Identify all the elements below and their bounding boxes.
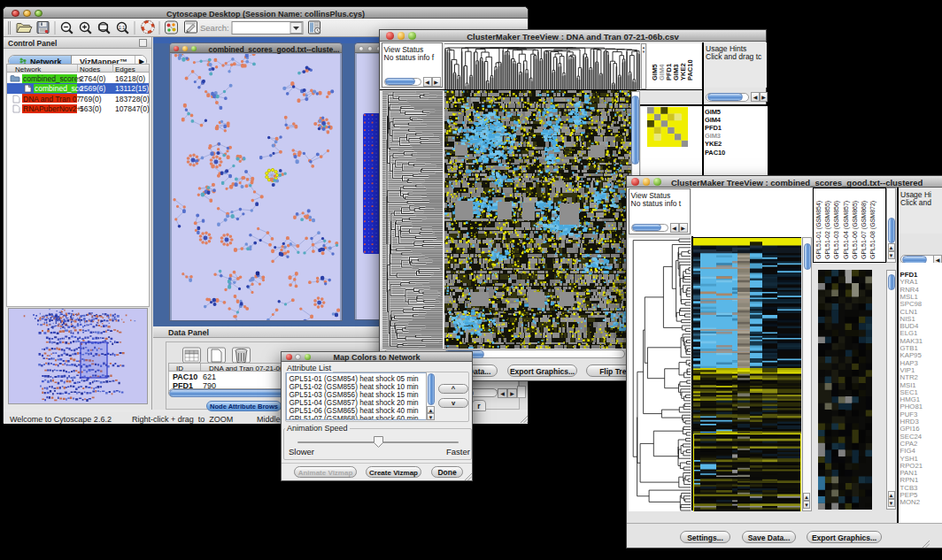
svg-text:Search:: Search: [200, 23, 229, 33]
svg-text:1:1: 1:1 [119, 25, 125, 30]
